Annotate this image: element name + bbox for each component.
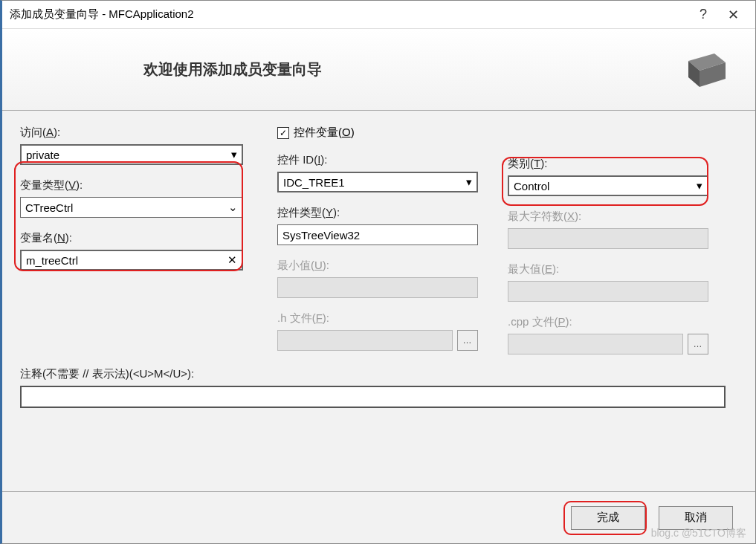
- category-combo[interactable]: Control ▾: [508, 175, 708, 196]
- controlid-label: 控件 ID(I):: [277, 153, 478, 167]
- chevron-down-icon: ⌄: [228, 201, 238, 214]
- welcome-text: 欢迎使用添加成员变量向导: [143, 59, 322, 80]
- cppfile-label: .cpp 文件(P):: [508, 315, 708, 329]
- controlid-combo[interactable]: IDC_TREE1 ▾: [277, 172, 478, 192]
- wizard-cube-icon: [673, 46, 733, 94]
- controltype-value: SysTreeView32: [282, 229, 360, 242]
- varname-block: 变量名(N): m_treeCtrl ✕: [20, 231, 243, 271]
- category-block: 类别(T): Control ▾: [508, 157, 708, 196]
- controlvar-label: 控件变量(O): [294, 126, 355, 140]
- access-combo[interactable]: private ▾: [20, 144, 243, 165]
- minval-input: [277, 277, 478, 298]
- comment-input[interactable]: [20, 386, 726, 408]
- comment-section: 注释(不需要 // 表示法)(<U>M</U>):: [20, 367, 726, 408]
- varname-value: m_treeCtrl: [26, 254, 78, 267]
- titlebar: 添加成员变量向导 - MFCApplication2 ? ✕: [2, 1, 755, 29]
- access-label: 访问(A):: [20, 126, 243, 140]
- controlvar-checkbox-row[interactable]: ✓ 控件变量(O): [277, 126, 478, 140]
- controltype-block: 控件类型(Y): SysTreeView32: [277, 206, 478, 245]
- controlid-value: IDC_TREE1: [283, 176, 345, 189]
- vartype-combo[interactable]: CTreeCtrl ⌄: [20, 197, 243, 218]
- controltype-label: 控件类型(Y):: [277, 206, 478, 220]
- wizard-header: 欢迎使用添加成员变量向导: [2, 29, 755, 111]
- column-left: 访问(A): private ▾ 变量类型(V): CTreeCtrl ⌄ 变量…: [20, 126, 243, 284]
- cppfile-block: .cpp 文件(P): …: [508, 315, 708, 354]
- maxval-block: 最大值(E):: [508, 262, 708, 302]
- varname-label: 变量名(N):: [20, 231, 243, 245]
- chevron-down-icon: ▾: [231, 148, 237, 161]
- controlid-block: 控件 ID(I): IDC_TREE1 ▾: [277, 153, 478, 192]
- hfile-block: .h 文件(F): …: [277, 311, 478, 351]
- vartype-label: 变量类型(V):: [20, 178, 243, 192]
- cppfile-input: [508, 334, 683, 354]
- maxchars-label: 最大字符数(X):: [508, 210, 708, 224]
- access-block: 访问(A): private ▾: [20, 126, 243, 165]
- chevron-down-icon: ▾: [697, 179, 702, 192]
- cancel-button[interactable]: 取消: [659, 506, 733, 530]
- controltype-input: SysTreeView32: [277, 224, 478, 245]
- varname-input[interactable]: m_treeCtrl ✕: [20, 250, 243, 271]
- column-right: 类别(T): Control ▾ 最大字符数(X): 最大值(E): .cpp …: [508, 126, 708, 368]
- hfile-input: [277, 330, 453, 351]
- category-label: 类别(T):: [508, 157, 708, 171]
- category-value: Control: [514, 180, 549, 192]
- help-button[interactable]: ?: [688, 7, 718, 22]
- minval-label: 最小值(U):: [277, 259, 478, 273]
- chevron-down-icon: ▾: [466, 175, 472, 189]
- maxval-input: [508, 281, 708, 302]
- minval-block: 最小值(U):: [277, 259, 478, 298]
- close-button[interactable]: ✕: [718, 7, 748, 23]
- checkbox-checked-icon[interactable]: ✓: [277, 127, 289, 139]
- vartype-value: CTreeCtrl: [25, 201, 73, 214]
- hfile-label: .h 文件(F):: [277, 311, 478, 326]
- maxval-label: 最大值(E):: [508, 262, 708, 276]
- vartype-block: 变量类型(V): CTreeCtrl ⌄: [20, 178, 243, 218]
- watermark-text: blog.c @51CTO博客: [651, 527, 746, 540]
- maxchars-block: 最大字符数(X):: [508, 210, 708, 249]
- access-value: private: [26, 149, 59, 161]
- cppfile-browse-button: …: [688, 334, 708, 354]
- comment-label: 注释(不需要 // 表示法)(<U>M</U>):: [20, 367, 726, 381]
- wizard-footer: 完成 取消 blog.c @51CTO博客: [2, 491, 755, 543]
- wizard-body: 访问(A): private ▾ 变量类型(V): CTreeCtrl ⌄ 变量…: [2, 111, 755, 491]
- hfile-browse-button: …: [457, 330, 478, 351]
- wizard-window: 添加成员变量向导 - MFCApplication2 ? ✕ 欢迎使用添加成员变…: [0, 0, 756, 544]
- clear-icon[interactable]: ✕: [227, 253, 237, 267]
- spacer: [508, 126, 708, 143]
- maxchars-input: [508, 228, 708, 249]
- finish-button[interactable]: 完成: [571, 506, 645, 530]
- window-title: 添加成员变量向导 - MFCApplication2: [10, 7, 688, 22]
- column-middle: ✓ 控件变量(O) 控件 ID(I): IDC_TREE1 ▾ 控件类型(Y):…: [277, 126, 478, 364]
